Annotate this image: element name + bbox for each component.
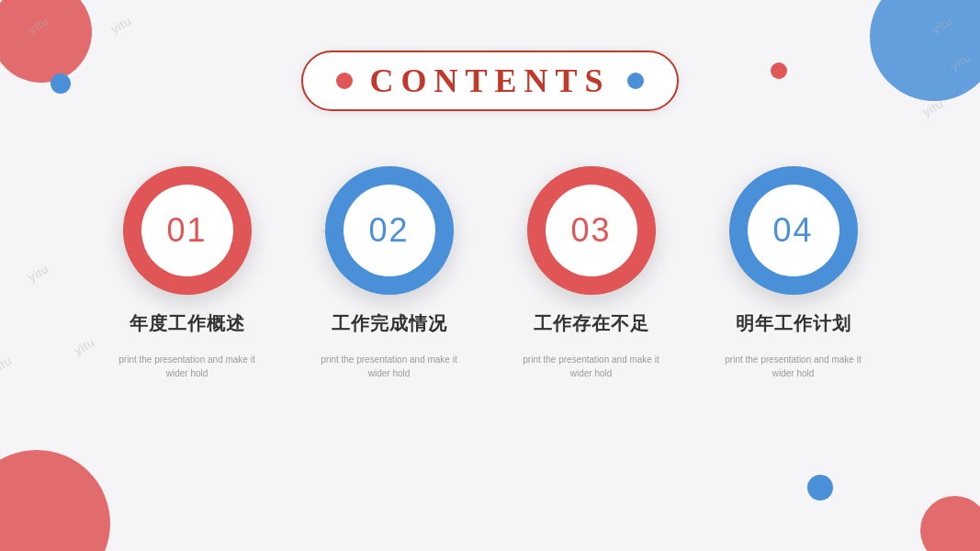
deco-red-bottom-left [0, 450, 110, 551]
content-item-3: 03 工作存在不足 print the presentation and mak… [518, 166, 665, 380]
ring-circle-inner-2: 02 [344, 185, 435, 276]
item-title-3: 工作存在不足 [534, 311, 649, 336]
title-area: CONTENTS [0, 0, 980, 111]
circle-number-1: 01 [166, 211, 207, 250]
item-subtitle-2: print the presentation and make it wider… [316, 353, 463, 380]
ring-circle-1: 01 [123, 166, 252, 295]
ring-circle-2: 02 [325, 166, 454, 295]
circle-number-2: 02 [368, 211, 409, 250]
title-badge: CONTENTS [301, 51, 678, 111]
page-title: CONTENTS [369, 62, 610, 100]
title-dot-blue [627, 73, 644, 89]
circle-number-3: 03 [570, 211, 611, 250]
ring-circle-3: 03 [527, 166, 656, 295]
ring-circle-inner-4: 04 [748, 185, 839, 276]
title-dot-red [336, 73, 353, 89]
content-row: 01 年度工作概述 print the presentation and mak… [0, 166, 980, 380]
circle-number-4: 04 [772, 211, 813, 250]
item-title-4: 明年工作计划 [736, 311, 851, 336]
item-subtitle-1: print the presentation and make it wider… [114, 353, 261, 380]
ring-circle-inner-1: 01 [141, 185, 233, 276]
ring-circle-inner-3: 03 [546, 185, 637, 276]
ring-circle-4: 04 [729, 166, 858, 295]
content-item-2: 02 工作完成情况 print the presentation and mak… [316, 166, 463, 380]
deco-red-bottom-right [920, 496, 980, 551]
content-item-1: 01 年度工作概述 print the presentation and mak… [114, 166, 261, 380]
item-title-2: 工作完成情况 [332, 311, 447, 336]
content-item-4: 04 明年工作计划 print the presentation and mak… [720, 166, 867, 380]
item-title-1: 年度工作概述 [130, 311, 245, 336]
item-subtitle-3: print the presentation and make it wider… [518, 353, 665, 380]
item-subtitle-4: print the presentation and make it wider… [720, 353, 867, 380]
deco-blue-bottom-right [807, 475, 833, 500]
